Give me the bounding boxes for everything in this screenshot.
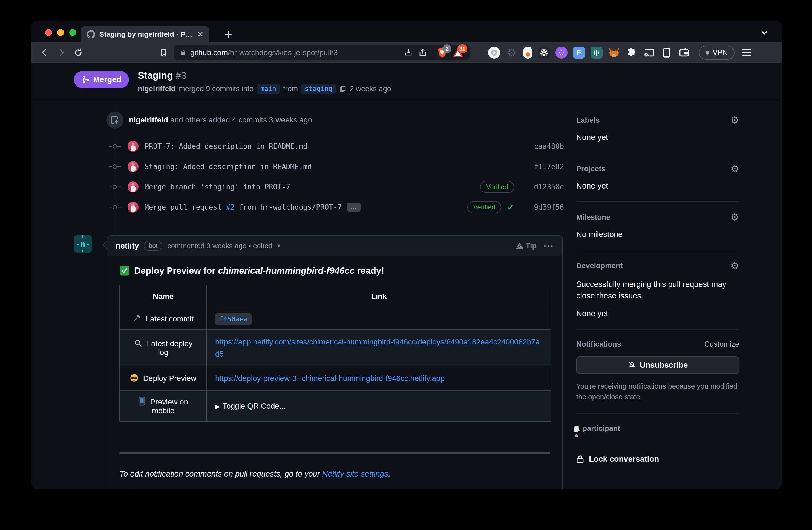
development-gear-icon[interactable]: ⚙ [730, 261, 739, 271]
netlify-settings-link[interactable]: Netlify site settings [322, 470, 388, 478]
commit-message[interactable]: Merge branch 'staging' into PROT-7 [145, 183, 290, 191]
pr-author[interactable]: nigelritfeld [138, 85, 175, 93]
commit-message[interactable]: Staging: Added description in README.md [145, 163, 311, 171]
avatar[interactable] [128, 141, 139, 152]
commit-node-icon [109, 184, 121, 190]
github-favicon-icon [87, 30, 95, 38]
commit-message[interactable]: PROT-7: Added description in README.md [145, 142, 307, 151]
labels-gear-icon[interactable]: ⚙ [730, 115, 739, 125]
tab-list-chevron-icon[interactable] [760, 28, 769, 37]
zoom-window-button[interactable] [69, 29, 76, 36]
merged-label: Merged [93, 75, 121, 84]
commit-node-icon [109, 164, 121, 169]
brave-shields-icon[interactable]: 2 [436, 46, 448, 59]
cast-icon[interactable] [643, 46, 655, 59]
bookmark-icon[interactable] [159, 47, 169, 58]
kebab-menu-icon[interactable]: ··· [544, 241, 554, 251]
url-text: github.com/hr-watchdogs/kies-je-spot/pul… [190, 48, 337, 57]
timeline: nigelritfeld and others added 4 commits … [74, 101, 564, 489]
extension-purple-icon[interactable] [555, 46, 567, 59]
notifications-section: NotificationsCustomize Unsubscribe You'r… [576, 329, 739, 413]
new-tab-button[interactable]: + [224, 28, 232, 41]
puzzle-extensions-icon[interactable] [626, 46, 638, 59]
extension-ring-icon[interactable] [488, 46, 500, 59]
unsubscribe-button[interactable]: Unsubscribe [576, 356, 739, 374]
pr-title: Staging#3 [138, 70, 391, 81]
tab-close-icon[interactable]: ✕ [198, 30, 203, 39]
comment-header: netlify bot commented 3 weeks ago • edit… [107, 236, 562, 256]
row-link: ▶Toggle QR Code... [207, 391, 551, 421]
row-link: f450aea [207, 308, 551, 330]
extension-react-icon[interactable] [538, 46, 550, 59]
forward-button[interactable] [56, 47, 67, 58]
avatar[interactable] [128, 202, 139, 213]
commit-row: Merge pull request #2 from hr-watchdogs/… [74, 197, 564, 217]
head-branch-pill[interactable]: staging [301, 84, 336, 94]
labels-value: None yet [576, 133, 739, 142]
status-check-icon[interactable]: ✓ [507, 203, 514, 212]
share-icon[interactable] [418, 47, 428, 58]
deploy-preview-link[interactable]: https://deploy-preview-3--chimerical-hum… [215, 374, 445, 382]
close-window-button[interactable] [45, 29, 52, 36]
rewards-count-badge: 31 [458, 44, 467, 53]
base-branch-pill[interactable]: main [257, 84, 280, 94]
reload-button[interactable] [73, 47, 84, 58]
milestone-section: Milestone⚙ No milestone [576, 201, 739, 250]
tab-active[interactable]: Staging by nigelritfeld · Pull Req ✕ [81, 26, 209, 42]
pr-2-link[interactable]: #2 [226, 203, 234, 211]
metamask-icon[interactable] [608, 46, 620, 59]
wallet-icon[interactable] [678, 46, 690, 59]
commit-hash[interactable]: f117e82 [520, 163, 564, 171]
commit-hash[interactable]: d12358e [520, 183, 564, 191]
copy-branch-icon[interactable] [339, 85, 346, 92]
extension-gear-icon[interactable]: ⚙ [506, 46, 518, 59]
projects-gear-icon[interactable]: ⚙ [730, 164, 739, 174]
commit-message[interactable]: Merge pull request #2 from hr-watchdogs/… [145, 203, 342, 211]
mobile-phone-emoji-icon [138, 397, 145, 406]
extension-pill-icon[interactable] [523, 46, 533, 59]
edited-caret-icon[interactable]: ▾ [277, 242, 280, 249]
brave-rewards-icon[interactable]: 31 [452, 46, 464, 59]
commits-added-header: nigelritfeld and others added 4 commits … [74, 112, 564, 128]
extension-bars-icon[interactable] [591, 46, 603, 59]
commit-hash[interactable]: 9d39f56 [520, 203, 564, 211]
sidebar-panel-icon[interactable] [661, 46, 673, 59]
avatar[interactable] [128, 161, 139, 172]
pr-number: #3 [175, 70, 186, 81]
projects-value: None yet [576, 181, 739, 191]
magnifier-emoji-icon [134, 339, 142, 347]
sunglasses-emoji-icon [130, 374, 138, 382]
divider [432, 48, 432, 57]
browser-toolbar: github.com/hr-watchdogs/kies-je-spot/pul… [31, 42, 782, 63]
netlify-comment: -n- netlify bot commented 3 weeks ago • … [107, 235, 563, 489]
verified-badge[interactable]: Verified [480, 181, 514, 193]
window-controls [45, 29, 76, 36]
download-icon[interactable] [403, 47, 414, 58]
deploy-log-link[interactable]: https://app.netlify.com/sites/chimerical… [215, 338, 540, 358]
table-row: Preview on mobile ▶Toggle QR Code... [120, 391, 551, 421]
development-value: None yet [576, 309, 739, 318]
minimize-window-button[interactable] [57, 29, 64, 36]
notifications-caption: You're receiving notifications because y… [576, 381, 739, 402]
commit-ellipsis-button[interactable]: … [347, 203, 361, 212]
deploy-heading: Deploy Preview for chimerical-hummingbir… [119, 266, 550, 276]
avatar[interactable] [128, 181, 139, 192]
repo-push-icon [106, 112, 124, 128]
commit-hash[interactable]: caa480b [520, 142, 564, 151]
comment-meta[interactable]: commented 3 weeks ago • edited [167, 242, 272, 250]
milestone-gear-icon[interactable]: ⚙ [730, 212, 739, 222]
menu-button[interactable] [742, 49, 752, 56]
pr-header: Merged Staging#3 nigelritfeld merged 9 c… [31, 63, 782, 101]
extension-figma-icon[interactable]: F [573, 46, 585, 59]
toggle-qr-summary[interactable]: ▶Toggle QR Code... [215, 402, 286, 410]
lock-conversation-button[interactable]: Lock conversation [576, 455, 739, 464]
customize-link[interactable]: Customize [704, 340, 739, 349]
verified-badge[interactable]: Verified [467, 201, 501, 213]
comment-author[interactable]: netlify [116, 241, 139, 250]
netlify-bot-avatar[interactable]: -n- [74, 235, 92, 253]
vpn-button[interactable]: VPN [699, 46, 735, 60]
tab-bar: Staging by nigelritfeld · Pull Req ✕ + [31, 20, 782, 42]
tip-button[interactable]: Tip [516, 242, 537, 250]
address-bar[interactable]: github.com/hr-watchdogs/kies-je-spot/pul… [174, 45, 469, 60]
back-button[interactable] [39, 47, 49, 58]
